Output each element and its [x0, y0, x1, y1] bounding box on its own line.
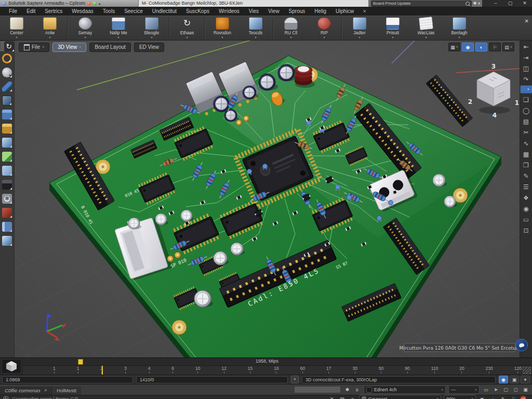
- menu-item-sprous[interactable]: Sprous: [284, 7, 310, 16]
- close-icon[interactable]: ✕: [328, 395, 336, 399]
- panel-icon[interactable]: ⊡: [521, 225, 531, 235]
- search-icon[interactable]: [466, 2, 470, 6]
- toolbar-button-prisutt[interactable]: Prisutt▾: [376, 16, 409, 40]
- timeline-header[interactable]: 1958, Mips: [23, 358, 532, 366]
- ruler-cell[interactable]: 12: [221, 366, 226, 375]
- orbit-icon[interactable]: ◔: [520, 85, 532, 94]
- menu-item-seecice[interactable]: Seecice: [119, 7, 148, 16]
- panel-icon[interactable]: ▣: [510, 376, 519, 383]
- annotate-icon[interactable]: ✎: [521, 171, 531, 181]
- left-tool-book-tool-icon[interactable]: [1, 220, 14, 233]
- tab-holmestt[interactable]: HolMestt: [52, 387, 81, 395]
- left-tool-block-tool-icon[interactable]: [1, 164, 14, 177]
- layers-icon[interactable]: ❏: [521, 95, 531, 104]
- chevron-icon[interactable]: ≥: [353, 386, 361, 393]
- left-tool-cube-tool-icon[interactable]: [1, 136, 14, 149]
- layer-select[interactable]: Ednert 4ch ˅: [364, 385, 446, 394]
- toolbar-button-jadter[interactable]: Jadter▾: [343, 16, 376, 40]
- ruler-cell[interactable]: 30: [352, 366, 357, 375]
- left-tool-orbit-tool-icon[interactable]: [0, 42, 15, 50]
- menu-item-sertrics[interactable]: Sertrics: [40, 7, 67, 16]
- empty-field[interactable]: [294, 386, 341, 393]
- xray-toggle[interactable]: ◐: [475, 43, 487, 51]
- left-tool-display-tool-icon[interactable]: [1, 94, 14, 107]
- menu-item-wesdaas[interactable]: Wesdaas: [67, 7, 98, 16]
- ruler-cell[interactable]: 16: [274, 366, 278, 375]
- frame-field[interactable]: 1:0869: [2, 376, 133, 383]
- close-button[interactable]: ✕: [517, 0, 532, 7]
- pcb-3d-scene[interactable]: CAdl: E850 4L5 SP 010 B 010 4S 010 45 S5…: [15, 41, 520, 357]
- hand-icon[interactable]: ☛: [478, 395, 486, 399]
- toolbar-button-teocds[interactable]: Teocds▾: [239, 16, 272, 40]
- align-start-icon[interactable]: ⇤: [521, 42, 531, 51]
- collapse-caret-icon[interactable]: ▴: [99, 0, 101, 7]
- left-tool-gear-tool-icon[interactable]: [1, 192, 14, 205]
- list-icon[interactable]: ☰: [521, 182, 531, 192]
- playhead[interactable]: [102, 366, 103, 375]
- ruler-cell[interactable]: 10: [195, 366, 200, 375]
- ruler-cell[interactable]: 50: [379, 366, 383, 375]
- grid-options-dropdown[interactable]: ▤˅: [502, 43, 514, 51]
- ruler-cell[interactable]: 3: [124, 366, 127, 375]
- zoom-select[interactable]: 00% ˅: [444, 395, 476, 399]
- pen-icon[interactable]: ✎: [499, 395, 507, 399]
- snap-icon[interactable]: ◫: [521, 63, 531, 73]
- toolbar-button-center[interactable]: Center▾: [0, 16, 33, 40]
- settings-icon[interactable]: ✱: [343, 386, 351, 393]
- add-button[interactable]: +: [291, 376, 299, 383]
- ruler-cell[interactable]: 17: [326, 366, 331, 375]
- left-tool-zoom-tool-icon[interactable]: [1, 66, 14, 78]
- view-select[interactable]: Cayraact ˅: [359, 395, 441, 399]
- viewport-tab-3d-view[interactable]: 3D View˅: [52, 43, 86, 52]
- range-field[interactable]: 1410/0: [136, 376, 288, 383]
- filter-star-icon[interactable]: ✱: [473, 0, 477, 7]
- ruler-cell[interactable]: 90: [405, 366, 409, 375]
- menu-item-undlectitut[interactable]: Undlectitut: [148, 7, 181, 16]
- left-tool-box-tool-icon[interactable]: [1, 234, 14, 247]
- align-end-icon[interactable]: ⇥: [521, 52, 531, 62]
- left-tool-ring-select-tool-icon[interactable]: [1, 52, 14, 64]
- timeline-thumbnail[interactable]: [2, 359, 21, 374]
- toolbar-close-icon[interactable]: ✕: [525, 18, 529, 24]
- ruler-cell[interactable]: 1: [53, 366, 56, 375]
- viewport-tab-board-layout[interactable]: Board Layout: [89, 43, 131, 52]
- audio-icon[interactable]: ♪: [489, 395, 497, 399]
- tab-close-icon[interactable]: ✕: [44, 387, 47, 395]
- ruler-cell[interactable]: 120: [514, 366, 522, 375]
- flip-icon[interactable]: ↷: [521, 74, 531, 84]
- toolbar-button-nalip-me[interactable]: Nalip Me▾: [102, 16, 135, 40]
- 3d-viewport[interactable]: CAdl: E850 4L5 SP 010 B 010 4S 010 45 S5…: [15, 41, 520, 357]
- status-globe-icon[interactable]: [3, 396, 9, 399]
- notification-badge-icon[interactable]: [515, 339, 528, 351]
- overlay-toggle[interactable]: ◉: [462, 43, 474, 51]
- cut-icon[interactable]: ✂: [521, 127, 531, 137]
- ruler-cell[interactable]: 60: [300, 366, 305, 375]
- alert-badge[interactable]: ×0: [520, 396, 526, 399]
- status-dot-icon[interactable]: [93, 2, 97, 5]
- toolbar-button-benlagh[interactable]: Benlagh▾: [443, 16, 476, 40]
- toolbar-button-rip[interactable]: RIP▾: [308, 16, 341, 40]
- record-icon[interactable]: [87, 2, 91, 5]
- left-tool-eraser-tool-icon[interactable]: [1, 206, 14, 219]
- book-icon[interactable]: ▭: [521, 215, 531, 224]
- ruler-cell[interactable]: 20: [459, 366, 464, 375]
- spark-icon[interactable]: ✦: [521, 376, 530, 383]
- menu-item-file[interactable]: File: [4, 7, 22, 16]
- search-options-caret-icon[interactable]: ▾: [478, 0, 480, 7]
- menu-item-wrrideos[interactable]: Wrrideos: [214, 7, 244, 16]
- cursor-icon[interactable]: ➤: [492, 386, 500, 393]
- inductor-toroid[interactable]: [295, 66, 315, 88]
- ruler-cell[interactable]: 230: [486, 366, 493, 375]
- gear-icon[interactable]: ❖: [521, 193, 531, 203]
- toolbar-button-semay[interactable]: Semay▾: [69, 16, 102, 40]
- ruler-cell[interactable]: 1: [77, 366, 79, 375]
- flag-icon[interactable]: ⚐: [489, 43, 501, 51]
- toolbar-button-ru-cll[interactable]: RU Cll▾: [274, 16, 308, 40]
- shading-mode-dropdown[interactable]: ▦˅: [448, 43, 460, 51]
- maximize-button[interactable]: ▢: [503, 0, 517, 7]
- left-tool-amber-folder-tool-icon[interactable]: [1, 122, 14, 135]
- sync-icon[interactable]: ◉: [499, 376, 508, 383]
- left-tool-pen-tool-icon[interactable]: [1, 80, 14, 92]
- timeline-marker[interactable]: [78, 359, 83, 365]
- toolbar-button-bleogle[interactable]: Bleogle▾: [135, 16, 168, 40]
